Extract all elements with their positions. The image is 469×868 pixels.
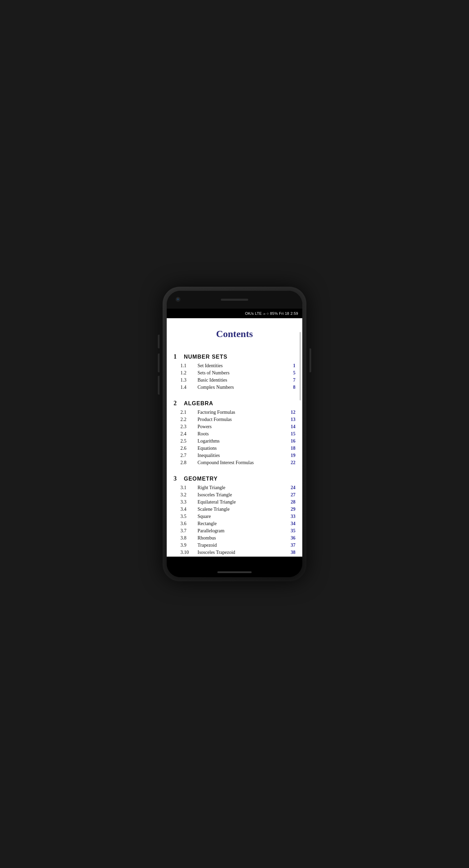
screen-content[interactable]: Contents 1 NUMBER SETS 1.1 Set Identitie… bbox=[167, 318, 302, 557]
bottom-bar bbox=[167, 557, 302, 577]
entry-3-5[interactable]: 3.5 Square 33 bbox=[174, 514, 295, 519]
entry-3-5-page: 33 bbox=[291, 514, 295, 519]
entry-2-7-page: 19 bbox=[291, 453, 295, 458]
entry-1-1[interactable]: 1.1 Set Identities 1 bbox=[174, 363, 295, 369]
mute-button[interactable] bbox=[158, 335, 160, 348]
section-2: 2 ALGEBRA 2.1 Factoring Formulas 12 2.2 … bbox=[174, 400, 295, 466]
entry-3-9[interactable]: 3.9 Trapezoid 37 bbox=[174, 543, 295, 548]
entry-2-2-title: Product Formulas bbox=[198, 417, 289, 422]
entry-2-3-page: 14 bbox=[291, 424, 295, 430]
entry-1-2[interactable]: 1.2 Sets of Numbers 5 bbox=[174, 370, 295, 376]
entry-1-3-number: 1.3 bbox=[180, 377, 198, 383]
section-2-header: 2 ALGEBRA bbox=[174, 400, 295, 407]
entry-3-7-number: 3.7 bbox=[180, 528, 198, 534]
entry-3-4-page: 29 bbox=[291, 507, 295, 512]
entry-1-1-number: 1.1 bbox=[180, 363, 198, 369]
entry-1-4-page: 8 bbox=[293, 385, 295, 390]
entry-3-2-title: Isosceles Triangle bbox=[198, 492, 289, 498]
section-2-title: ALGEBRA bbox=[184, 400, 213, 407]
entry-3-3[interactable]: 3.3 Equilateral Triangle 28 bbox=[174, 499, 295, 505]
entry-3-8-title: Rhombus bbox=[198, 535, 289, 541]
entry-3-10-title: Isosceles Trapezoid bbox=[198, 550, 289, 555]
entry-2-7[interactable]: 2.7 Inequalities 19 bbox=[174, 453, 295, 458]
entry-3-4[interactable]: 3.4 Scalene Triangle 29 bbox=[174, 507, 295, 512]
entry-3-6-number: 3.6 bbox=[180, 521, 198, 526]
speaker-grille bbox=[221, 299, 248, 301]
section-1: 1 NUMBER SETS 1.1 Set Identities 1 1.2 S… bbox=[174, 353, 295, 390]
entry-2-3-number: 2.3 bbox=[180, 424, 198, 430]
entry-3-9-number: 3.9 bbox=[180, 543, 198, 548]
entry-2-6-page: 18 bbox=[291, 446, 295, 451]
entry-2-1[interactable]: 2.1 Factoring Formulas 12 bbox=[174, 410, 295, 415]
home-indicator bbox=[217, 571, 252, 573]
entry-1-3-page: 7 bbox=[293, 377, 295, 383]
entry-2-1-number: 2.1 bbox=[180, 410, 198, 415]
entry-2-5[interactable]: 2.5 Logarithms 16 bbox=[174, 438, 295, 444]
entry-3-1[interactable]: 3.1 Right Triangle 24 bbox=[174, 485, 295, 491]
entry-3-4-number: 3.4 bbox=[180, 507, 198, 512]
entry-2-3[interactable]: 2.3 Powers 14 bbox=[174, 424, 295, 430]
entry-1-2-title: Sets of Numbers bbox=[198, 370, 291, 376]
entry-3-3-page: 28 bbox=[291, 499, 295, 505]
entry-2-5-number: 2.5 bbox=[180, 438, 198, 444]
section-2-number: 2 bbox=[174, 400, 184, 407]
entry-3-2-page: 27 bbox=[291, 492, 295, 498]
entry-2-2-page: 13 bbox=[291, 417, 295, 422]
entry-1-4-title: Complex Numbers bbox=[198, 385, 291, 390]
entry-3-4-title: Scalene Triangle bbox=[198, 507, 289, 512]
entry-2-2-number: 2.2 bbox=[180, 417, 198, 422]
entry-3-10-page: 38 bbox=[291, 550, 295, 555]
entry-3-7[interactable]: 3.7 Parallelogram 35 bbox=[174, 528, 295, 534]
entry-3-8-page: 36 bbox=[291, 535, 295, 541]
entry-3-9-page: 37 bbox=[291, 543, 295, 548]
scroll-indicator bbox=[300, 332, 301, 400]
entry-1-3[interactable]: 1.3 Basic Identities 7 bbox=[174, 377, 295, 383]
entry-2-4-page: 15 bbox=[291, 431, 295, 437]
entry-3-5-number: 3.5 bbox=[180, 514, 198, 519]
entry-2-4-number: 2.4 bbox=[180, 431, 198, 437]
entry-1-1-page: 1 bbox=[293, 363, 295, 369]
entry-3-6-title: Rectangle bbox=[198, 521, 289, 526]
camera-icon bbox=[176, 297, 180, 302]
section-3-number: 3 bbox=[174, 475, 184, 482]
entry-3-7-page: 35 bbox=[291, 528, 295, 534]
entry-2-6-number: 2.6 bbox=[180, 446, 198, 451]
entry-2-6-title: Equations bbox=[198, 446, 289, 451]
volume-up-button[interactable] bbox=[158, 354, 160, 372]
entry-3-10[interactable]: 3.10 Isosceles Trapezoid 38 bbox=[174, 550, 295, 555]
entry-2-4[interactable]: 2.4 Roots 15 bbox=[174, 431, 295, 437]
entry-3-7-title: Parallelogram bbox=[198, 528, 289, 534]
entry-3-2[interactable]: 3.2 Isosceles Triangle 27 bbox=[174, 492, 295, 498]
entry-2-1-page: 12 bbox=[291, 410, 295, 415]
entry-2-7-title: Inequalities bbox=[198, 453, 289, 458]
entry-3-10-number: 3.10 bbox=[180, 550, 198, 555]
entry-3-6[interactable]: 3.6 Rectangle 34 bbox=[174, 521, 295, 526]
entry-2-2[interactable]: 2.2 Product Formulas 13 bbox=[174, 417, 295, 422]
entry-2-8[interactable]: 2.8 Compound Interest Formulas 22 bbox=[174, 460, 295, 466]
entry-2-6[interactable]: 2.6 Equations 18 bbox=[174, 446, 295, 451]
power-button[interactable] bbox=[309, 348, 311, 372]
entry-2-3-title: Powers bbox=[198, 424, 289, 430]
section-3-header: 3 GEOMETRY bbox=[174, 475, 295, 482]
entry-2-8-number: 2.8 bbox=[180, 460, 198, 466]
entry-2-8-page: 22 bbox=[291, 460, 295, 466]
phone-top-bar bbox=[167, 291, 302, 309]
entry-3-1-page: 24 bbox=[291, 485, 295, 491]
entry-2-8-title: Compound Interest Formulas bbox=[198, 460, 289, 466]
entry-3-2-number: 3.2 bbox=[180, 492, 198, 498]
entry-1-2-page: 5 bbox=[293, 370, 295, 376]
page-title: Contents bbox=[174, 328, 295, 339]
entry-3-5-title: Square bbox=[198, 514, 289, 519]
entry-1-3-title: Basic Identities bbox=[198, 377, 291, 383]
entry-1-4[interactable]: 1.4 Complex Numbers 8 bbox=[174, 385, 295, 390]
section-1-number: 1 bbox=[174, 353, 184, 360]
phone-device: OK/s LTE ᵢₗₗ ○ 85% Fri 18 2:59 Contents … bbox=[163, 287, 306, 581]
entry-3-3-number: 3.3 bbox=[180, 499, 198, 505]
entry-3-1-number: 3.1 bbox=[180, 485, 198, 491]
entry-3-8-number: 3.8 bbox=[180, 535, 198, 541]
volume-down-button[interactable] bbox=[158, 376, 160, 395]
entry-1-1-title: Set Identities bbox=[198, 363, 291, 369]
entry-3-8[interactable]: 3.8 Rhombus 36 bbox=[174, 535, 295, 541]
entry-2-7-number: 2.7 bbox=[180, 453, 198, 458]
entry-3-3-title: Equilateral Triangle bbox=[198, 499, 289, 505]
